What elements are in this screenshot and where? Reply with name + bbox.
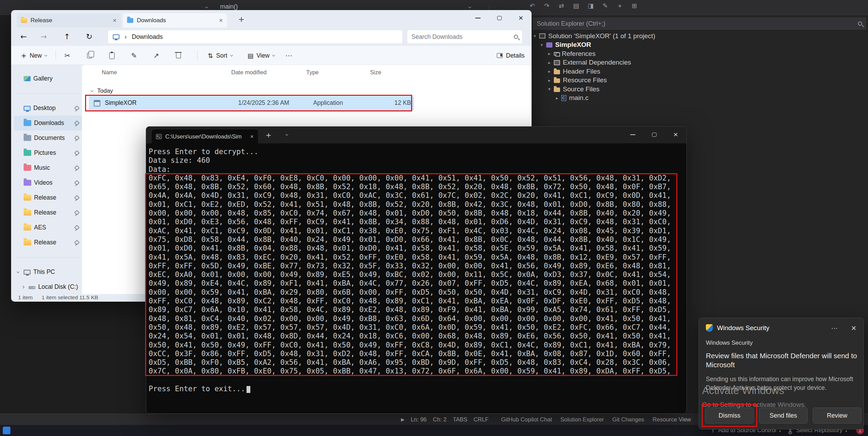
- expander-closed-icon[interactable]: ▸: [548, 60, 554, 65]
- more-options-button[interactable]: ⋯: [281, 49, 297, 62]
- refresh-button[interactable]: ↻: [83, 31, 95, 43]
- run-icon[interactable]: ▶: [401, 417, 404, 422]
- share-button[interactable]: ↗: [149, 49, 164, 62]
- toolbar-icon-0[interactable]: ↶: [528, 2, 537, 10]
- new-tab-button[interactable]: +: [238, 15, 244, 24]
- feedback-icon[interactable]: [3, 427, 10, 434]
- panel-tab-git-changes[interactable]: Git Changes: [612, 416, 644, 423]
- sidebar-item-release[interactable]: Release: [14, 235, 82, 250]
- explorer-tab-downloads[interactable]: Downloads ✕: [123, 13, 227, 27]
- up-button[interactable]: ↑: [61, 31, 73, 43]
- tree-item-main-c[interactable]: ▸main.c: [531, 94, 868, 103]
- function-dropdown[interactable]: main(): [220, 3, 238, 10]
- chevron-down-icon[interactable]: [468, 5, 471, 8]
- maximize-button[interactable]: [489, 10, 510, 26]
- group-header-today[interactable]: Today: [91, 86, 113, 96]
- sidebar-item-downloads[interactable]: Downloads: [14, 116, 82, 131]
- column-type[interactable]: Type: [306, 69, 319, 76]
- close-tab-icon[interactable]: ✕: [219, 18, 223, 23]
- new-button[interactable]: + New: [17, 49, 51, 62]
- tree-item-resource-files[interactable]: ▸Resource Files: [531, 76, 868, 85]
- sidebar-item-gallery[interactable]: Gallery: [14, 71, 82, 86]
- explorer-tab-release[interactable]: Release ✕: [17, 13, 121, 27]
- minimize-button[interactable]: [622, 127, 643, 143]
- more-options-icon[interactable]: ⋯: [831, 324, 838, 332]
- sidebar-item-aes[interactable]: AES: [14, 220, 82, 235]
- details-button[interactable]: Details: [492, 49, 529, 62]
- tab-dropdown-icon[interactable]: [285, 133, 288, 135]
- search-input[interactable]: Search Downloads: [411, 33, 514, 41]
- chevron-right-icon[interactable]: [20, 286, 26, 288]
- cut-button[interactable]: ✂: [60, 49, 75, 62]
- toolbar-icon-5[interactable]: ✎: [601, 2, 610, 10]
- close-tab-icon[interactable]: ✕: [250, 134, 254, 139]
- expander-closed-icon[interactable]: ▸: [548, 78, 554, 83]
- column-date-modified[interactable]: Date modified: [231, 69, 267, 76]
- toolbar-icon-1[interactable]: ↷: [542, 2, 551, 10]
- expander-closed-icon[interactable]: ▸: [548, 69, 554, 74]
- expander-closed-icon[interactable]: ▸: [548, 51, 554, 56]
- sort-button[interactable]: ⇅ Sort: [203, 49, 237, 62]
- view-button[interactable]: ▤ View: [243, 49, 279, 62]
- expander-open-icon[interactable]: ▾: [548, 86, 554, 92]
- panel-tab-github-copilot-chat[interactable]: GitHub Copilot Chat: [501, 416, 552, 423]
- search-box[interactable]: Search Downloads: [407, 30, 523, 44]
- close-button[interactable]: ✕: [665, 127, 686, 143]
- close-button[interactable]: ✕: [510, 10, 532, 26]
- solution-explorer-search[interactable]: Solution Explorer (Ctrl+;): [533, 18, 866, 30]
- indent-indicator[interactable]: TABS: [453, 416, 467, 423]
- tree-item-header-files[interactable]: ▸Header Files: [531, 67, 868, 76]
- tree-item-solution-simplexor-1-of-1-project[interactable]: ▾Solution 'SimpleXOR' (1 of 1 project): [531, 32, 868, 41]
- sidebar-item-videos[interactable]: Videos: [14, 175, 82, 190]
- sidebar-item-pictures[interactable]: Pictures: [14, 145, 82, 160]
- search-input[interactable]: Solution Explorer (Ctrl+;): [537, 20, 858, 27]
- forward-button[interactable]: →: [37, 31, 50, 43]
- breadcrumb[interactable]: Downloads: [132, 33, 163, 41]
- toolbar-icon-2[interactable]: ⇄: [557, 2, 566, 10]
- terminal-tab[interactable]: C:\Users\user\Downloads\Sim ✕: [152, 129, 258, 143]
- sidebar-item-label: Release: [34, 209, 72, 216]
- paste-button[interactable]: [104, 49, 119, 62]
- sidebar-item-documents[interactable]: Documents: [14, 131, 82, 145]
- new-tab-button[interactable]: +: [266, 131, 272, 139]
- close-tab-icon[interactable]: ✕: [112, 18, 117, 23]
- panel-tab-resource-view[interactable]: Resource View: [652, 416, 691, 423]
- maximize-button[interactable]: [643, 127, 665, 143]
- sidebar-item-local-disk-c[interactable]: Local Disk (C:): [14, 279, 82, 294]
- toolbar-icon-7[interactable]: ⊞: [630, 2, 639, 10]
- minimize-button[interactable]: [467, 10, 489, 26]
- eol-indicator[interactable]: CRLF: [474, 416, 489, 423]
- toolbar-icon-6[interactable]: ⌖: [615, 2, 624, 10]
- tree-item-simplexor[interactable]: ▾SimpleXOR: [531, 41, 868, 50]
- panel-tab-solution-explorer[interactable]: Solution Explorer: [560, 416, 604, 423]
- sidebar-item-this-pc[interactable]: This PC: [14, 265, 82, 279]
- sidebar-item-release[interactable]: Release: [14, 205, 82, 220]
- address-bar[interactable]: › Downloads: [108, 30, 403, 44]
- review-button[interactable]: Review: [813, 408, 861, 424]
- close-dialog-button[interactable]: ✕: [851, 324, 857, 332]
- sidebar-item-release[interactable]: Release: [14, 190, 82, 205]
- toolbar-icon-4[interactable]: ◨: [586, 2, 595, 10]
- back-button[interactable]: ←: [17, 31, 30, 43]
- column-name[interactable]: Name: [102, 69, 117, 76]
- file-row-simplexor[interactable]: SimpleXOR 1/24/2025 2:36 AM Application …: [89, 96, 414, 110]
- chevron-down-icon[interactable]: [205, 5, 208, 8]
- delete-button[interactable]: [171, 49, 186, 62]
- copy-button[interactable]: [82, 49, 97, 62]
- pin-icon: [74, 151, 79, 156]
- rename-button[interactable]: ✎: [126, 49, 142, 62]
- tree-item-external-dependencies[interactable]: ▸External Dependencies: [531, 58, 868, 67]
- sidebar-item-music[interactable]: Music: [14, 160, 82, 175]
- chevron-down-icon[interactable]: [15, 271, 21, 273]
- references-icon: [554, 52, 559, 56]
- expander-open-icon[interactable]: ▾: [534, 33, 539, 39]
- tree-item-references[interactable]: ▸References: [531, 49, 868, 58]
- toolbar-icon-3[interactable]: ▤: [571, 2, 581, 10]
- expander-closed-icon[interactable]: ▸: [556, 95, 561, 101]
- sidebar-item-desktop[interactable]: Desktop: [14, 101, 82, 116]
- send-files-button[interactable]: Send files: [759, 408, 808, 424]
- tree-item-source-files[interactable]: ▾Source Files: [531, 85, 868, 94]
- dismiss-button[interactable]: Dismiss: [705, 408, 754, 424]
- expander-open-icon[interactable]: ▾: [541, 42, 546, 48]
- column-size[interactable]: Size: [370, 69, 381, 76]
